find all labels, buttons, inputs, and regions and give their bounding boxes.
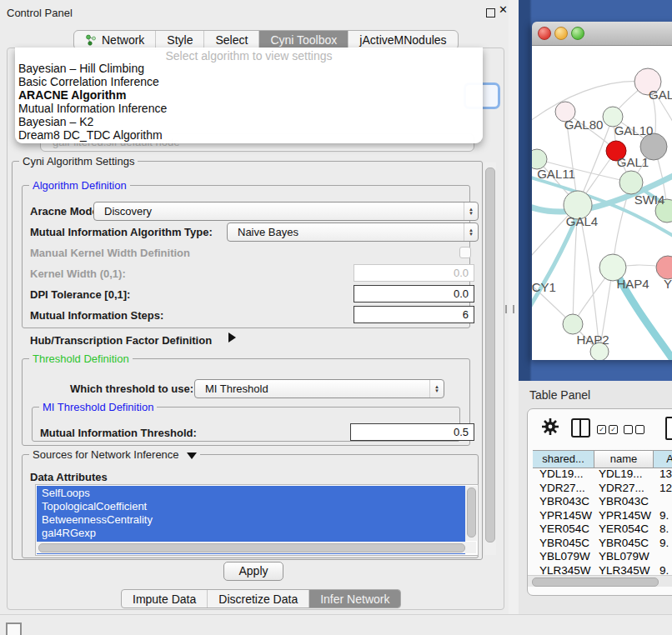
- settings-panel-title: Cyni Algorithm Settings: [19, 155, 138, 168]
- tab-network[interactable]: Network: [74, 31, 155, 49]
- dpi-tolerance-label: DPI Tolerance [0,1]:: [30, 288, 130, 301]
- dropdown-item[interactable]: Mutual Information Inference: [18, 102, 167, 115]
- dropdown-item-selected[interactable]: ARACNE Algorithm: [18, 88, 126, 102]
- hub-definition-label: Hub/Transcription Factor Definition: [30, 334, 212, 347]
- tab-select[interactable]: Select: [203, 31, 258, 49]
- node-label: GAL: [649, 88, 672, 102]
- table-card: ✓✓ shared... name A YDL19...YDL19...13 Y…: [527, 408, 672, 596]
- network-view-window: GAL GAL80 GAL10 GAL1 GAL11 SWI4 GAL4 GCY…: [532, 22, 672, 360]
- column-header[interactable]: A: [654, 451, 672, 468]
- page-icon[interactable]: [665, 417, 672, 440]
- dropdown-item[interactable]: Bayesian – Hill Climbing: [18, 62, 144, 75]
- aracne-mode-label: Aracne Mode:: [30, 205, 102, 218]
- tab-style[interactable]: Style: [155, 31, 203, 49]
- network-node[interactable]: [656, 256, 672, 279]
- combo-stepper-icon: ▲▼: [464, 223, 478, 241]
- node-label: HAP4: [616, 277, 649, 291]
- tab-impute-data[interactable]: Impute Data: [122, 590, 207, 608]
- mi-algorithm-type-label: Mutual Information Algorithm Type:: [30, 226, 213, 238]
- float-window-icon[interactable]: [486, 8, 495, 18]
- select-all-columns-icon[interactable]: ✓✓: [597, 422, 620, 437]
- tab-network-label: Network: [102, 33, 144, 47]
- dropdown-item[interactable]: Bayesian – K2: [18, 115, 93, 128]
- mi-threshold-field[interactable]: 0.5: [350, 423, 474, 441]
- combo-stepper-icon: ▲▼: [464, 202, 478, 220]
- node-label: Y: [664, 277, 672, 291]
- algorithm-definition-title: Algorithm Definition: [29, 179, 130, 192]
- table-row[interactable]: YER054CYER054C8.: [533, 522, 672, 537]
- list-item[interactable]: TopologicalCoefficient: [37, 500, 470, 513]
- mi-steps-label: Mutual Information Steps:: [30, 309, 163, 322]
- table-row[interactable]: YDR27...YDR27...12: [533, 482, 672, 496]
- column-header[interactable]: shared...: [533, 451, 594, 468]
- collapse-down-icon[interactable]: [187, 452, 197, 459]
- list-horizontal-scrollbar[interactable]: [36, 542, 476, 553]
- which-threshold-combo[interactable]: MI Threshold ▲▼: [194, 379, 444, 398]
- data-attributes-label: Data Attributes: [30, 471, 108, 483]
- network-window-titlebar[interactable]: [532, 22, 672, 46]
- which-threshold-label: Which threshold to use:: [70, 382, 193, 395]
- deselect-all-columns-icon[interactable]: [624, 422, 647, 437]
- network-node-hap2[interactable]: [563, 314, 583, 334]
- divider-grip[interactable]: [505, 305, 514, 313]
- node-label: GAL11: [537, 167, 575, 181]
- minimized-panel-icon[interactable]: [6, 622, 22, 635]
- split-columns-icon[interactable]: [571, 418, 590, 438]
- manual-kernel-width-label: Manual Kernel Width Definition: [30, 247, 190, 259]
- network-icon: [85, 34, 97, 46]
- tab-discretize-data[interactable]: Discretize Data: [207, 590, 308, 608]
- gear-icon[interactable]: [541, 418, 559, 439]
- node-label: GAL4: [566, 214, 598, 228]
- close-traffic-light-icon[interactable]: [538, 27, 551, 40]
- manual-kernel-width-checkbox: [459, 247, 471, 258]
- aracne-mode-combo[interactable]: Discovery ▲▼: [93, 202, 479, 221]
- apply-button[interactable]: Apply: [223, 562, 283, 581]
- control-panel-title: Control Panel: [7, 7, 73, 19]
- mi-threshold-label: Mutual Information Threshold:: [40, 427, 197, 439]
- algorithm-dropdown-popup: Select algorithm to view settings Bayesi…: [15, 48, 483, 143]
- node-label: HAP2: [576, 332, 609, 347]
- list-item[interactable]: BetweennessCentrality: [37, 513, 470, 527]
- list-vertical-scrollbar[interactable]: [465, 486, 477, 541]
- dropdown-placeholder: Select algorithm to view settings: [15, 49, 483, 62]
- kernel-width-field: 0.0: [354, 264, 474, 282]
- settings-vertical-scrollbar[interactable]: [484, 162, 496, 555]
- mi-algorithm-type-combo[interactable]: Naive Bayes ▲▼: [227, 222, 479, 242]
- column-header[interactable]: name: [594, 451, 654, 468]
- mi-threshold-group-title: MI Threshold Definition: [39, 401, 157, 413]
- table-row[interactable]: YBL079WYBL079W: [533, 550, 672, 564]
- network-node[interactable]: [619, 171, 643, 194]
- tab-infer-network[interactable]: Infer Network: [308, 590, 400, 608]
- node-label: GCY1: [532, 280, 556, 294]
- control-panel: Control Panel ✕ Network Style Select Cyn…: [0, 0, 509, 614]
- table-row[interactable]: YPR145WYPR145W9.: [533, 509, 672, 523]
- network-canvas[interactable]: GAL GAL80 GAL10 GAL1 GAL11 SWI4 GAL4 GCY…: [532, 46, 672, 360]
- node-label: GAL80: [564, 118, 604, 132]
- table-header: shared... name A: [533, 450, 672, 468]
- table-horizontal-scrollbar[interactable]: [528, 575, 672, 587]
- dropdown-item[interactable]: Basic Correlation Inference: [18, 75, 159, 88]
- mi-steps-field[interactable]: 6: [354, 306, 474, 323]
- table-row[interactable]: YBR045CYBR045C9.: [533, 537, 672, 551]
- desktop-background: GAL GAL80 GAL10 GAL1 GAL11 SWI4 GAL4 GCY…: [519, 0, 672, 381]
- sources-title: Sources for Network Inference: [29, 448, 200, 461]
- table-row[interactable]: YLR345WYLR345W9.: [533, 564, 672, 576]
- list-item[interactable]: gal4RGexp: [37, 527, 470, 540]
- close-icon[interactable]: ✕: [499, 3, 508, 16]
- tab-cyni-toolbox[interactable]: Cyni Toolbox: [258, 31, 348, 49]
- minimize-traffic-light-icon[interactable]: [554, 27, 568, 40]
- bottom-tabbar: Impute Data Discretize Data Infer Networ…: [121, 589, 401, 608]
- node-label: SWI4: [634, 192, 665, 207]
- list-item[interactable]: SelfLoops: [37, 487, 470, 500]
- dpi-tolerance-field[interactable]: 0.0: [354, 285, 474, 302]
- node-label: GAL10: [614, 123, 654, 138]
- table-row[interactable]: YBR043CYBR043C: [533, 495, 672, 509]
- table-row[interactable]: YDL19...YDL19...13: [533, 468, 672, 482]
- expand-right-icon[interactable]: [228, 332, 236, 342]
- table-panel-title: Table Panel: [529, 388, 590, 402]
- dropdown-item[interactable]: Dream8 DC_TDC Algorithm: [18, 128, 163, 142]
- kernel-width-label: Kernel Width (0,1):: [30, 268, 126, 280]
- zoom-traffic-light-icon[interactable]: [571, 27, 584, 40]
- node-label: GAL1: [617, 155, 649, 169]
- tab-jactivemnodules[interactable]: jActiveMNodules: [348, 31, 457, 49]
